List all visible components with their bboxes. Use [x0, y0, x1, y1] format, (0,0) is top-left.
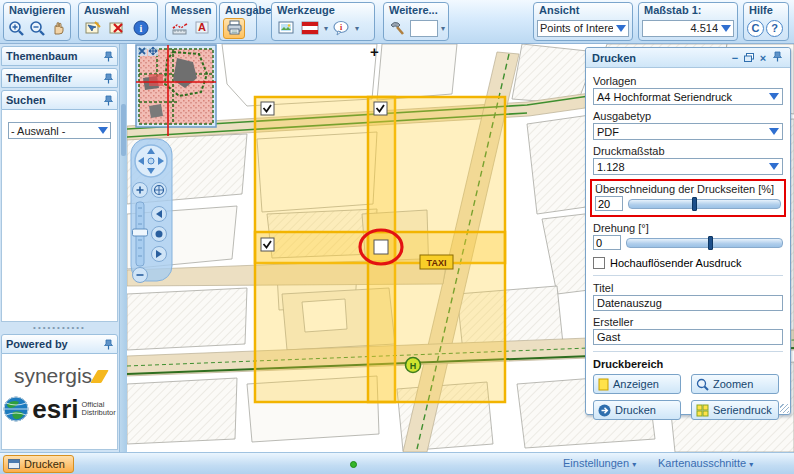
identify-icon[interactable]: i [130, 18, 152, 39]
map-navigation-widget[interactable] [131, 139, 172, 283]
pin-icon[interactable] [104, 339, 113, 350]
next-extent-button[interactable] [152, 247, 167, 262]
overview-move-icon[interactable] [148, 46, 158, 56]
esri-globe-icon [3, 396, 29, 422]
group-title: Maßstab 1: [642, 4, 734, 16]
flag-dropdown-caret[interactable]: ▾ [324, 24, 328, 33]
titel-label: Titel [593, 282, 783, 294]
page-4-checkbox[interactable] [374, 240, 388, 254]
drucken-button[interactable]: Drucken [593, 400, 681, 420]
toolbar-group-ansicht: Ansicht Points of Intere... [533, 2, 633, 41]
ueberschneidung-slider-thumb[interactable] [692, 197, 697, 211]
sidebar: Themenbaum Themenfilter Suchen - Auswahl… [0, 44, 119, 452]
drehung-slider[interactable] [626, 238, 783, 248]
toolbar-group-werkzeuge: Werkzeuge ▾ i ▾ [271, 2, 375, 41]
search-panel-content: - Auswahl - [1, 110, 118, 322]
hammer-icon[interactable] [387, 18, 408, 39]
zoomen-button[interactable]: Zoomen [691, 374, 779, 394]
select-icon[interactable] [82, 18, 104, 39]
help-button[interactable]: ? [766, 20, 783, 37]
previous-extent-button[interactable] [152, 207, 167, 222]
kartenausschnitte-link[interactable]: Kartenausschnitte ▾ [658, 457, 753, 469]
zoom-in-button[interactable] [133, 183, 148, 198]
zoom-in-icon[interactable] [7, 18, 26, 39]
ausgabetyp-select[interactable]: PDF [593, 123, 783, 140]
massstab-value: 4.514 [645, 22, 718, 34]
sidebar-panel-themenfilter[interactable]: Themenfilter [1, 68, 118, 88]
print-panel-title: Drucken [592, 52, 728, 64]
toolbar-group-auswahl: Auswahl i [78, 2, 158, 41]
chevron-down-icon [769, 163, 779, 170]
ansicht-select[interactable]: Points of Intere... [537, 20, 629, 37]
measure-label-icon[interactable]: A [192, 18, 213, 39]
overview-close-icon[interactable] [137, 46, 147, 56]
taxi-sign: TAXI [420, 255, 453, 269]
sidebar-panel-powered-by[interactable]: Powered by [1, 334, 118, 354]
center-button[interactable] [152, 227, 167, 242]
maptip-icon[interactable]: i [330, 18, 352, 39]
overlap-highlight-box: Überschneidung der Druckseiten [%] [590, 179, 786, 217]
seriendruck-button[interactable]: Seriendruck [691, 400, 779, 420]
flag-austria-icon[interactable] [299, 18, 321, 39]
pin-icon[interactable] [104, 95, 113, 106]
pin-icon[interactable] [104, 73, 113, 84]
einstellungen-link[interactable]: Einstellungen ▾ [563, 457, 636, 469]
panel-resize-grip[interactable] [780, 404, 789, 413]
toolbar-group-navigieren: Navigieren [3, 2, 71, 41]
page-2-checkbox[interactable] [374, 102, 387, 115]
sidebar-resize-handle[interactable]: ••••••••••• [0, 325, 119, 331]
minimize-icon[interactable]: − [728, 52, 742, 64]
zoom-out-icon[interactable] [28, 18, 47, 39]
ersteller-input[interactable] [593, 329, 783, 345]
synergis-logo: synergis [2, 364, 117, 388]
task-button-drucken[interactable]: Drucken [3, 455, 74, 473]
status-indicator [350, 461, 357, 468]
weitere-combobox[interactable] [410, 20, 438, 37]
zoom-out-button[interactable] [133, 268, 148, 283]
group-title: Ansicht [537, 4, 629, 16]
sidebar-splitter[interactable] [119, 44, 127, 452]
ersteller-label: Ersteller [593, 316, 783, 328]
toolbar-group-weitere: Weitere... ▾ [383, 2, 449, 41]
vorlagen-select[interactable]: A4 Hochformat Seriendruck [593, 88, 783, 105]
print-icon[interactable] [223, 18, 245, 39]
druckbereich-label: Druckbereich [593, 358, 783, 370]
pin-icon[interactable] [104, 51, 113, 62]
pin-icon[interactable] [770, 51, 784, 64]
search-select[interactable]: - Auswahl - [8, 122, 111, 139]
measure-distance-icon[interactable] [169, 18, 190, 39]
toolbar-group-massstab: Maßstab 1: 4.514 [638, 2, 738, 41]
druckmassstab-select[interactable]: 1.128 [593, 158, 783, 175]
zoom-slider-thumb[interactable] [133, 229, 148, 236]
ausgabetyp-label: Ausgabetyp [593, 110, 783, 122]
titel-input[interactable] [593, 295, 783, 311]
svg-text:TAXI: TAXI [427, 258, 447, 268]
hochaufloesend-checkbox[interactable] [593, 257, 605, 269]
compass-pan-control[interactable] [135, 145, 167, 177]
weitere-dropdown-caret[interactable]: ▾ [441, 24, 445, 33]
close-icon[interactable]: × [756, 52, 770, 64]
sidebar-panel-suchen[interactable]: Suchen [1, 90, 118, 110]
ansicht-value: Points of Intere... [540, 22, 613, 34]
page-1-checkbox[interactable] [261, 102, 274, 115]
drehung-slider-thumb[interactable] [708, 236, 713, 250]
export-image-icon[interactable] [275, 18, 297, 39]
overview-map[interactable] [136, 45, 216, 136]
ueberschneidung-input[interactable] [595, 196, 623, 211]
pan-icon[interactable] [49, 18, 67, 39]
print-panel-titlebar[interactable]: Drucken − × [586, 48, 790, 68]
clear-selection-icon[interactable] [106, 18, 128, 39]
full-extent-button[interactable] [152, 183, 167, 198]
restore-icon[interactable] [742, 52, 756, 64]
anzeigen-button[interactable]: Anzeigen [593, 374, 681, 394]
magnifier-icon [696, 378, 709, 391]
copyright-button[interactable]: C [747, 20, 764, 37]
drehung-input[interactable] [593, 235, 621, 250]
maptip-dropdown-caret[interactable]: ▾ [355, 24, 359, 33]
ueberschneidung-slider[interactable] [628, 199, 781, 209]
massstab-select[interactable]: 4.514 [642, 20, 734, 37]
sidebar-panel-themenbaum[interactable]: Themenbaum [1, 46, 118, 66]
page-3-checkbox[interactable] [261, 238, 274, 251]
toolbar-group-ausgabe: Ausgabe [219, 2, 257, 41]
chevron-down-icon [769, 93, 779, 100]
